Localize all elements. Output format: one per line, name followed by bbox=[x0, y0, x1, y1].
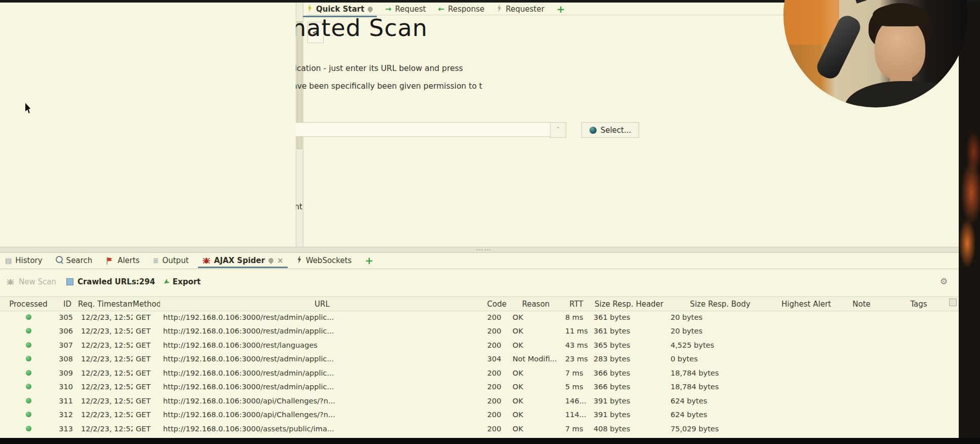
tab-alerts[interactable]: Alerts bbox=[105, 256, 140, 265]
table-row[interactable]: 30812/2/23, 12:52:12 AMGEThttp://192.168… bbox=[0, 352, 959, 366]
search-icon bbox=[56, 256, 63, 265]
table-row[interactable]: 31212/2/23, 12:52:12 AMGEThttp://192.168… bbox=[0, 408, 959, 422]
cell-id: 313 bbox=[57, 425, 78, 433]
table-row[interactable]: 31012/2/23, 12:52:12 AMGEThttp://192.168… bbox=[0, 380, 959, 394]
cell-size_body: 75,029 bytes bbox=[668, 425, 773, 433]
column-header-url[interactable]: URL bbox=[160, 300, 484, 309]
column-header-size-resp-header[interactable]: Size Resp. Header bbox=[591, 300, 668, 309]
cell-reason: OK bbox=[509, 327, 562, 335]
pin-icon[interactable] bbox=[367, 6, 374, 13]
column-header-tags[interactable]: Tags bbox=[883, 300, 954, 309]
spider-gray-icon bbox=[6, 277, 15, 286]
cell-size_body: 624 bytes bbox=[668, 397, 773, 405]
cell-rtt: 23 ms bbox=[562, 355, 591, 363]
tab-request[interactable]: →Request bbox=[385, 5, 426, 14]
cell-url: http://192.168.0.106:3000/rest/admin/app… bbox=[160, 383, 484, 391]
processed-ok-icon bbox=[26, 370, 31, 376]
tab-response[interactable]: ←Response bbox=[438, 5, 485, 14]
globe-icon bbox=[590, 127, 597, 134]
cell-code: 200 bbox=[484, 341, 509, 349]
select-button[interactable]: Select... bbox=[581, 122, 639, 138]
person-face bbox=[875, 17, 925, 80]
tab-history[interactable]: ▤History bbox=[5, 256, 43, 265]
table-row[interactable]: 30912/2/23, 12:52:12 AMGEThttp://192.168… bbox=[0, 366, 959, 380]
table-row[interactable]: 30612/2/23, 12:52:12 AMGEThttp://192.168… bbox=[0, 324, 959, 338]
tab-label: WebSockets bbox=[306, 256, 352, 265]
column-header-size-resp-body[interactable]: Size Resp. Body bbox=[668, 300, 773, 309]
tab-search[interactable]: Search bbox=[56, 256, 93, 265]
cell-size_header: 391 bytes bbox=[591, 411, 668, 419]
cell-timestamp: 12/2/23, 12:52:12 AM bbox=[78, 411, 133, 419]
tab-quick-start[interactable]: Quick Start bbox=[307, 4, 373, 14]
cell-timestamp: 12/2/23, 12:52:12 AM bbox=[78, 425, 133, 433]
bottom-panel: ▤HistorySearchAlerts≣OutputAJAX Spider×W… bbox=[0, 252, 959, 444]
tab-ajax-spider[interactable]: AJAX Spider× bbox=[202, 256, 284, 265]
cell-reason: OK bbox=[509, 313, 562, 321]
cell-rtt: 7 ms bbox=[562, 369, 591, 377]
cell-timestamp: 12/2/23, 12:52:12 AM bbox=[78, 327, 133, 335]
cell-rtt: 11 ms bbox=[562, 327, 591, 335]
cell-rtt: 43 ms bbox=[562, 341, 591, 349]
column-header-processed[interactable]: Processed bbox=[0, 300, 57, 309]
quick-start-icon bbox=[307, 4, 312, 14]
cell-reason: OK bbox=[509, 425, 562, 433]
column-header-code[interactable]: Code bbox=[484, 300, 509, 309]
websockets-icon bbox=[297, 255, 302, 266]
cell-processed bbox=[0, 355, 57, 363]
new-scan-label: New Scan bbox=[19, 277, 56, 286]
table-row[interactable]: 30712/2/23, 12:52:12 AMGEThttp://192.168… bbox=[0, 338, 959, 352]
cell-timestamp: 12/2/23, 12:52:12 AM bbox=[78, 313, 133, 321]
cell-code: 200 bbox=[484, 369, 509, 377]
column-header-req-timestamp[interactable]: Req. Timestamp bbox=[78, 300, 133, 309]
cell-size_header: 391 bytes bbox=[591, 397, 668, 405]
close-icon[interactable]: × bbox=[277, 256, 284, 265]
column-header-id[interactable]: ID bbox=[57, 300, 78, 309]
cell-id: 308 bbox=[57, 355, 78, 363]
column-header-rtt[interactable]: RTT bbox=[562, 300, 591, 309]
pin-icon[interactable] bbox=[267, 257, 275, 264]
table-row[interactable]: 30512/2/23, 12:52:12 AMGEThttp://192.168… bbox=[0, 310, 959, 324]
tab-requester[interactable]: Requester bbox=[496, 4, 544, 14]
cell-processed bbox=[0, 411, 57, 419]
cell-url: http://192.168.0.106:3000/assets/public/… bbox=[160, 425, 484, 433]
url-dropdown-chevron-icon[interactable]: ˇ bbox=[550, 122, 566, 138]
cell-url: http://192.168.0.106:3000/rest/languages bbox=[160, 341, 484, 349]
cell-method: GET bbox=[133, 383, 160, 391]
new-scan-button[interactable]: New Scan bbox=[6, 277, 56, 286]
cell-reason: Not Modifi... bbox=[509, 355, 562, 363]
cell-reason: OK bbox=[509, 369, 562, 377]
cell-size_header: 366 bytes bbox=[591, 369, 668, 377]
add-tab-button[interactable]: + bbox=[365, 255, 373, 266]
tab-label: Requester bbox=[505, 5, 544, 14]
cell-size_header: 365 bytes bbox=[591, 341, 668, 349]
column-settings-icon[interactable] bbox=[949, 299, 957, 306]
tab-websockets[interactable]: WebSockets bbox=[297, 255, 352, 266]
column-header-highest-alert[interactable]: Highest Alert bbox=[773, 300, 840, 309]
table-row[interactable]: 31112/2/23, 12:52:12 AMGEThttp://192.168… bbox=[0, 394, 959, 408]
tab-label: Alerts bbox=[117, 256, 140, 265]
results-table-header[interactable]: ProcessedIDReq. TimestampMethodURLCodeRe… bbox=[0, 297, 959, 311]
cell-processed bbox=[0, 327, 57, 335]
tab-separator bbox=[0, 269, 959, 269]
cell-url: http://192.168.0.106:3000/api/Challenges… bbox=[160, 411, 484, 419]
table-row[interactable]: 31312/2/23, 12:52:12 AMGEThttp://192.168… bbox=[0, 422, 959, 435]
processed-ok-icon bbox=[26, 356, 31, 361]
processed-ok-icon bbox=[26, 384, 31, 389]
crawled-urls-label: Crawled URLs:294 bbox=[77, 277, 155, 286]
cell-timestamp: 12/2/23, 12:52:12 AM bbox=[78, 383, 133, 391]
spider-toolbar: New Scan Crawled URLs:294 ➤ Export bbox=[6, 274, 201, 289]
column-header-reason[interactable]: Reason bbox=[509, 300, 562, 309]
tab-output[interactable]: ≣Output bbox=[153, 256, 189, 265]
cell-size_body: 20 bytes bbox=[668, 327, 773, 335]
gear-icon[interactable]: ⚙ bbox=[940, 276, 948, 286]
cell-processed bbox=[0, 341, 57, 349]
export-label: Export bbox=[173, 277, 201, 286]
add-tab-button[interactable]: + bbox=[557, 4, 565, 14]
column-header-note[interactable]: Note bbox=[840, 300, 883, 309]
export-button[interactable]: ➤ Export bbox=[163, 277, 201, 286]
cell-reason: OK bbox=[509, 411, 562, 419]
cell-method: GET bbox=[133, 327, 160, 335]
splitter-handle[interactable]: ⋯⋯ bbox=[476, 245, 492, 253]
cell-id: 305 bbox=[57, 313, 78, 321]
column-header-method[interactable]: Method bbox=[133, 300, 160, 309]
